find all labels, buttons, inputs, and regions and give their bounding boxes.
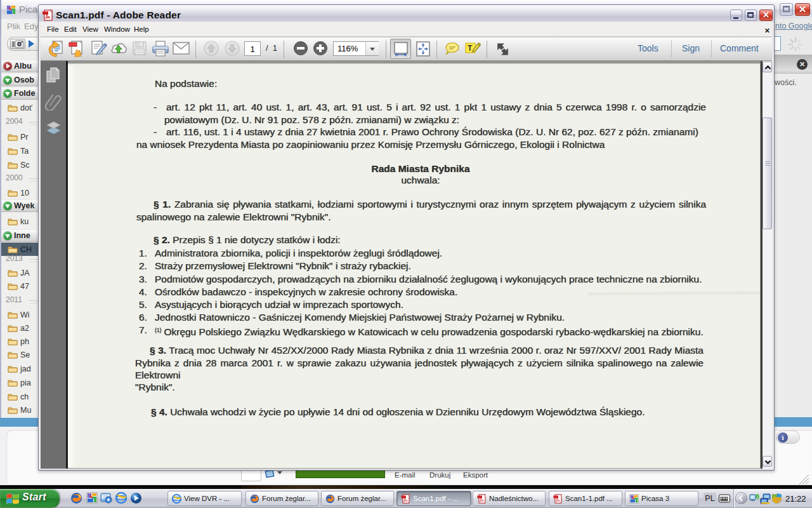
svg-text:T: T <box>468 44 473 53</box>
